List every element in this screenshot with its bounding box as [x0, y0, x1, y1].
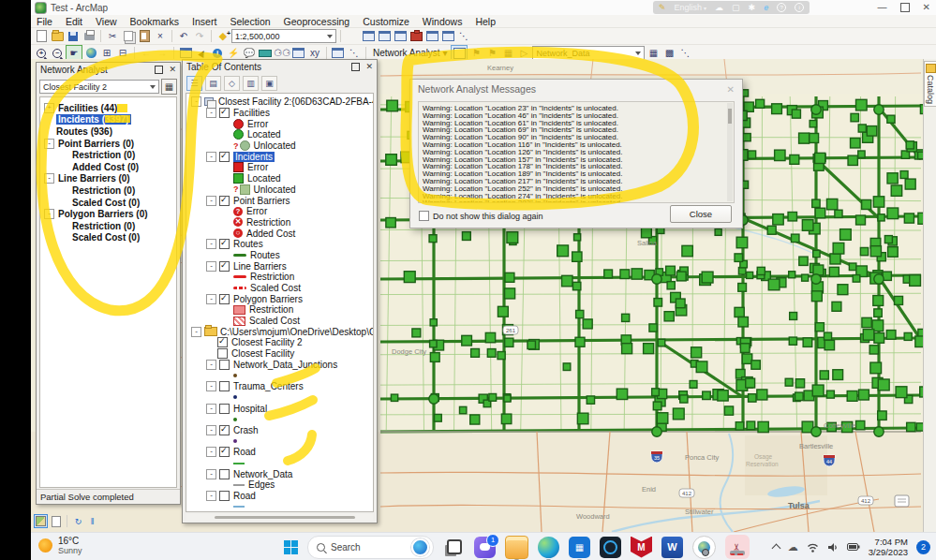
maximize-button[interactable] — [900, 3, 910, 12]
layer-checkbox[interactable] — [219, 261, 230, 272]
full-extent-button[interactable] — [83, 46, 98, 60]
start-button[interactable] — [284, 540, 298, 554]
tree-expander-icon[interactable]: - — [206, 381, 216, 391]
toc-item[interactable]: -Hospital — [186, 403, 373, 414]
na-tree-item[interactable]: -Polygon Barriers (0) — [40, 208, 176, 220]
edge-icon[interactable] — [538, 537, 559, 558]
tree-expander-icon[interactable]: - — [206, 447, 216, 457]
menu-geoprocessing[interactable]: Geoprocessing — [284, 16, 350, 27]
list-by-drawing-order-button[interactable]: ☰ — [186, 76, 202, 91]
menu-bookmarks[interactable]: Bookmarks — [130, 16, 180, 27]
na-tree-item[interactable]: Restriction (0) — [40, 184, 176, 197]
panel-float-button[interactable] — [155, 66, 163, 74]
toc-item[interactable]: ?Error — [186, 206, 373, 217]
dont-show-again-checkbox[interactable] — [419, 211, 429, 221]
search-window-button[interactable] — [393, 29, 408, 43]
na-tree-item[interactable]: Restriction (0) — [40, 149, 176, 161]
layer-checkbox[interactable] — [217, 348, 228, 359]
model-builder-button[interactable] — [440, 29, 455, 43]
tree-expander-icon[interactable]: - — [206, 196, 216, 206]
toc-close-button[interactable]: ✕ — [365, 63, 373, 71]
tree-expander-icon[interactable]: - — [206, 261, 216, 272]
arctoolbox-button[interactable] — [409, 29, 423, 43]
select-features-button[interactable] — [178, 46, 193, 60]
network-dataset-dropdown[interactable]: Network_Data — [532, 46, 645, 60]
layer-checkbox[interactable] — [219, 360, 230, 370]
layer-checkbox[interactable] — [219, 108, 230, 118]
find-button[interactable]: ⚆⚆ — [274, 46, 290, 60]
file-explorer-icon[interactable] — [505, 536, 528, 559]
toc-item[interactable]: -Routes — [186, 239, 373, 250]
tree-expander-icon[interactable]: + — [44, 103, 54, 113]
dialog-close-icon[interactable]: ✕ — [727, 84, 735, 95]
editor-toolbar-button[interactable] — [345, 29, 360, 43]
go-back-button[interactable]: ← — [139, 46, 154, 60]
refresh-button[interactable]: ↻ — [72, 515, 84, 527]
toc-item[interactable]: -Crash — [186, 425, 373, 436]
toc-item[interactable]: -Road — [186, 447, 373, 458]
hyperlink-button[interactable]: ⚡ — [226, 46, 241, 60]
measure-button[interactable] — [258, 46, 273, 60]
select-elements-button[interactable]: ▶ — [194, 46, 209, 60]
toc-float-button[interactable] — [351, 63, 360, 71]
toc-item[interactable]: Restriction — [186, 304, 373, 316]
minimize-button[interactable]: — — [878, 3, 887, 12]
na-tree-item[interactable]: Scaled Cost (0) — [40, 232, 176, 244]
toc-item[interactable]: ○Added Cost — [186, 228, 373, 239]
delete-button[interactable]: × — [153, 29, 168, 43]
onedrive-icon[interactable]: ☁ — [788, 542, 798, 553]
layout-view-button[interactable] — [50, 515, 62, 527]
layer-checkbox[interactable] — [219, 447, 230, 457]
tree-expander-icon[interactable]: - — [206, 239, 216, 249]
toc-item[interactable]: Closest Facility 2 — [186, 337, 373, 348]
tray-expand-icon[interactable] — [771, 544, 780, 553]
toc-item[interactable]: Located — [186, 173, 373, 184]
open-folder-button[interactable] — [50, 29, 65, 43]
fixed-zoom-out-button[interactable]: ⊟ — [115, 46, 130, 60]
toc-item[interactable] — [186, 458, 373, 469]
toc-options-button[interactable]: ▣ — [261, 76, 277, 91]
toc-item[interactable]: Scaled Cost — [186, 316, 373, 327]
brush-icon[interactable]: ✎ — [659, 3, 666, 12]
create-network-location-button[interactable]: ⚑ — [468, 46, 483, 60]
data-view-button[interactable] — [34, 514, 48, 528]
search-box[interactable]: Search — [307, 536, 434, 559]
directions-window-button[interactable]: ▷ — [516, 46, 531, 60]
layer-checkbox[interactable] — [219, 491, 230, 501]
na-tree-item[interactable]: -Line Barriers (0) — [40, 173, 176, 185]
cut-button[interactable]: ✂ — [105, 29, 120, 43]
toc-horizontal-scrollbar[interactable] — [186, 514, 373, 521]
table-window-button[interactable] — [361, 29, 376, 43]
notification-badge[interactable]: 2 — [916, 540, 930, 554]
snipping-icon[interactable] — [725, 535, 750, 559]
mcafee-icon[interactable] — [631, 537, 652, 558]
panel-close-button[interactable]: ✕ — [169, 66, 176, 74]
na-tree-item[interactable]: +Facilities (44) — [40, 102, 176, 114]
na-tree-item[interactable]: Restriction (0) — [40, 220, 176, 232]
toc-item[interactable] — [186, 392, 373, 404]
add-data-button[interactable]: ◆+ — [215, 29, 230, 43]
zoom-out-button[interactable]: − — [50, 46, 65, 60]
toc-item[interactable] — [186, 370, 373, 381]
na-tree-item[interactable]: Incidents (3397) — [40, 114, 176, 126]
na-tree-item[interactable]: Added Cost (0) — [40, 161, 176, 173]
toc-item[interactable]: ?Unlocated — [186, 140, 373, 152]
go-to-xy-button[interactable]: xy — [307, 46, 322, 60]
zoom-in-button[interactable]: + — [34, 46, 49, 60]
toc-item[interactable]: Error — [186, 118, 373, 129]
toolbar-overflow-button[interactable]: ⋱ — [677, 46, 692, 60]
toc-item[interactable]: -Trauma_Centers — [186, 381, 373, 392]
save-button[interactable] — [66, 29, 81, 43]
redo-button[interactable]: ↷ — [192, 29, 207, 43]
tree-expander-icon[interactable]: - — [44, 209, 54, 219]
browser-icon[interactable]: e — [764, 3, 768, 12]
catalog-window-button[interactable] — [377, 29, 392, 43]
tree-expander-icon[interactable]: - — [206, 425, 216, 435]
toc-item[interactable]: Scaled Cost — [186, 283, 373, 294]
info-icon[interactable]: i — [795, 3, 804, 12]
wifi-icon[interactable] — [807, 542, 819, 553]
cloud-icon[interactable]: ☁ — [715, 3, 723, 12]
na-tree-item[interactable]: Routes (936) — [40, 125, 176, 138]
fixed-zoom-in-button[interactable]: ⊞ — [99, 46, 114, 60]
toc-item[interactable]: -Incidents — [186, 151, 373, 162]
